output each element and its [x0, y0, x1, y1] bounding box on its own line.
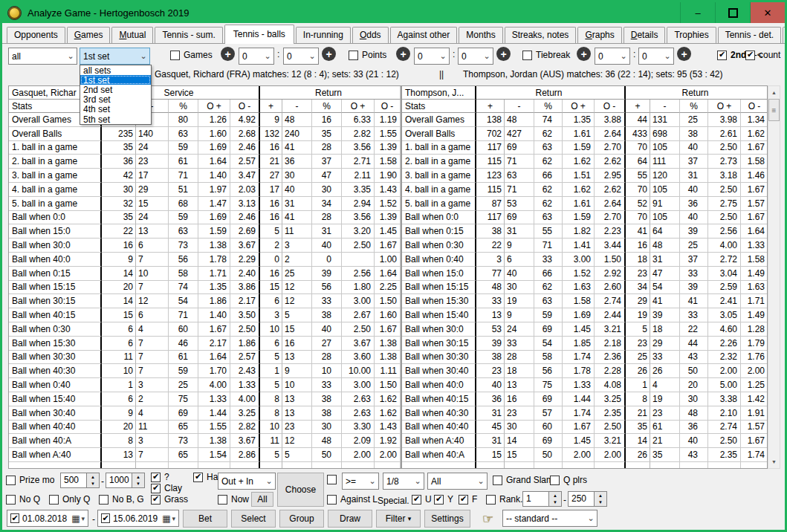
filter-button[interactable]: Filter ▾	[376, 510, 421, 528]
points-score2-combo[interactable]: 0⌄	[458, 48, 493, 65]
q-plrs-checkbox[interactable]: Q plrs	[550, 475, 587, 485]
no-q-checkbox[interactable]: No Q	[6, 494, 40, 505]
dropdown-option[interactable]: 5th set	[80, 114, 151, 124]
rank-checkbox[interactable]: Rank.	[486, 494, 522, 505]
games-score1-combo[interactable]: 0⌄	[239, 48, 274, 65]
against-l-checkbox[interactable]: Against L	[327, 494, 378, 505]
points-score1-combo[interactable]: 0⌄	[414, 48, 450, 65]
no-bg-checkbox[interactable]: No B, G	[99, 494, 144, 505]
special-y-checkbox[interactable]: Y	[434, 494, 453, 505]
minimize-button[interactable]: –	[680, 2, 715, 23]
prize-max-spinner[interactable]: 1000 ▲▼	[106, 473, 145, 488]
tab-against-other[interactable]: Against other	[390, 27, 458, 43]
calendar-icon[interactable]: ▦	[162, 513, 170, 524]
dropdown-option[interactable]: 2nd set	[80, 85, 151, 94]
player-filter-combo[interactable]: all ⌄	[8, 48, 77, 65]
grand-slam-checkbox[interactable]: Grand Slam	[493, 475, 554, 485]
group-button[interactable]: Group	[279, 510, 324, 528]
games-plus-button[interactable]: +	[221, 47, 235, 61]
all-button[interactable]: All	[251, 492, 273, 507]
stat-cell: 1.64	[375, 267, 401, 281]
dropdown-option[interactable]: all sets	[80, 65, 151, 75]
app-window: Analyze Game - Hertogenbosch 2019 – ✕ Op…	[0, 0, 787, 532]
round-combo[interactable]: 1/8⌄	[383, 473, 424, 490]
tab-odds[interactable]: Odds	[352, 27, 389, 43]
special-f-checkbox[interactable]: F	[459, 494, 477, 505]
spin-up-icon[interactable]: ▲	[91, 474, 95, 480]
preset-combo[interactable]: -- standard --⌄	[502, 510, 597, 527]
tab-tennis-balls[interactable]: Tennis - balls	[224, 25, 294, 44]
spin-down-icon[interactable]: ▼	[91, 481, 95, 487]
clay-checkbox[interactable]: Clay	[151, 483, 182, 493]
date-from-field[interactable]: 01.08.2018 ▦ ▾	[7, 510, 88, 527]
unknown-surface-checkbox[interactable]: ?	[151, 472, 169, 482]
tiebreak-score1-combo[interactable]: 0⌄	[595, 48, 630, 65]
dropdown-option[interactable]: 1st set	[80, 75, 151, 85]
now-checkbox[interactable]: Now	[218, 494, 249, 505]
tab-predict[interactable]: Predict	[783, 27, 787, 43]
only-q-checkbox[interactable]: Only Q	[49, 494, 90, 505]
tab-tennis-sum[interactable]: Tennis - sum.	[155, 27, 222, 43]
tab-games[interactable]: Games	[67, 27, 111, 43]
tab-mutual[interactable]: Mutual	[111, 27, 153, 43]
tiebreak-plus-button[interactable]: +	[577, 47, 591, 61]
points-plus-button[interactable]: +	[396, 47, 410, 61]
calendar-icon[interactable]: ▦	[71, 513, 80, 524]
tiebreak-score2-combo[interactable]: 0⌄	[638, 48, 674, 65]
tiebreak-checkbox[interactable]: Tiebreak	[522, 50, 570, 60]
tab-graphs[interactable]: Graphs	[577, 27, 621, 43]
dropdown-option[interactable]: 4th set	[80, 105, 151, 114]
grass-checkbox[interactable]: Grass	[151, 494, 188, 505]
maximize-button[interactable]	[715, 2, 750, 23]
games-checkbox[interactable]: Games	[170, 50, 213, 60]
bet-button[interactable]: Bet	[183, 510, 227, 528]
column-header: +	[476, 100, 505, 113]
tab-tennis-det[interactable]: Tennis - det.	[718, 27, 781, 43]
tiebreak-plus2-button[interactable]: +	[677, 47, 691, 61]
vertical-scrollbar[interactable]: ▲ ≡ ▼	[768, 85, 780, 469]
prize-min-spinner[interactable]: 500 ▲▼	[60, 473, 100, 488]
spin-down-icon[interactable]: ▼	[553, 499, 557, 505]
comparison-combo[interactable]: >=⌄	[342, 473, 379, 490]
games-score2-combo[interactable]: 0⌄	[283, 48, 319, 65]
points-plus2-button[interactable]: +	[496, 47, 511, 61]
indoor-outdoor-combo[interactable]: Out + In⌄	[218, 473, 276, 490]
spin-down-icon[interactable]: ▼	[598, 499, 603, 505]
special-u-checkbox[interactable]: U	[412, 494, 432, 505]
column-header: -	[505, 100, 534, 113]
spin-up-icon[interactable]: ▲	[136, 474, 140, 480]
stat-cell: 2.40	[230, 267, 260, 281]
spin-up-icon[interactable]: ▲	[553, 493, 557, 499]
scroll-down-icon[interactable]: ▼	[768, 455, 780, 468]
scroll-up-icon[interactable]: ▲	[768, 86, 780, 99]
column-header: +	[626, 100, 650, 113]
games-plus2-button[interactable]: +	[322, 47, 336, 61]
count-checkbox[interactable]: count	[745, 50, 780, 60]
tab-streaks-notes[interactable]: Streaks, notes	[505, 27, 577, 43]
tab-details[interactable]: Details	[624, 27, 666, 43]
tab-opponents[interactable]: Opponents	[7, 27, 65, 43]
tab-trophies[interactable]: Trophies	[667, 27, 716, 43]
stat-cell: 1.19	[375, 113, 401, 127]
rank-min-spinner[interactable]: 1 ▲▼	[522, 491, 562, 507]
set-filter-combo[interactable]: 1st set ⌄	[80, 48, 150, 65]
spin-down-icon[interactable]: ▼	[136, 481, 140, 487]
select-button[interactable]: Select	[231, 510, 276, 528]
scroll-thumb[interactable]: ≡	[768, 99, 780, 121]
choose-button[interactable]: Choose	[277, 473, 324, 507]
rank-max-spinner[interactable]: 250 ▲▼	[568, 491, 607, 507]
date-to-field[interactable]: 15.06.2019 ▦ ▾	[97, 510, 179, 527]
spin-up-icon[interactable]: ▲	[598, 493, 603, 499]
threshold-checkbox[interactable]	[327, 475, 340, 484]
checkbox-box	[99, 495, 109, 505]
prize-money-checkbox[interactable]: Prize mo	[6, 475, 54, 485]
dropdown-option[interactable]: 3rd set	[80, 95, 151, 105]
tab-in-running[interactable]: In-running	[296, 27, 351, 43]
points-checkbox[interactable]: Points	[349, 50, 386, 60]
draw-button[interactable]: Draw	[328, 510, 372, 528]
tournament-combo[interactable]: All⌄	[427, 473, 488, 490]
settings-button[interactable]: Settings	[424, 510, 470, 528]
close-button[interactable]: ✕	[750, 2, 785, 23]
row-label: Ball when 40:40	[402, 421, 476, 435]
tab-months[interactable]: Months	[459, 27, 502, 43]
